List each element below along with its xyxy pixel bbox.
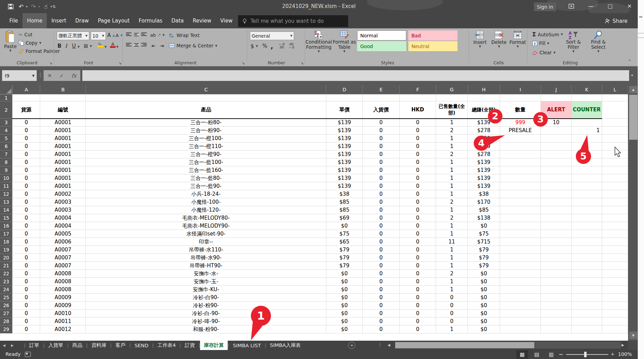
cell-H21[interactable]: $79: [468, 262, 500, 270]
cell-J13[interactable]: [541, 198, 571, 206]
ribbon-tab-insert[interactable]: Insert: [47, 13, 71, 28]
touch-mode-caret-icon[interactable]: ▾: [51, 5, 52, 8]
increase-decimal-button[interactable]: ←.0.00: [279, 43, 284, 49]
cell-G26[interactable]: 0: [436, 302, 468, 310]
cell-H1[interactable]: [468, 94, 500, 101]
cell-E10[interactable]: 0: [363, 174, 400, 182]
row-header-12[interactable]: 12: [0, 190, 12, 198]
row-header-9[interactable]: 9: [0, 166, 12, 174]
borders-button[interactable]: ⊞▼: [84, 43, 92, 49]
cell-I12[interactable]: [500, 190, 541, 198]
cell-D8[interactable]: $139: [326, 158, 363, 166]
cell-J28[interactable]: [541, 317, 571, 325]
cell-K25[interactable]: [571, 294, 602, 302]
paste-button[interactable]: Paste ▼: [3, 30, 18, 52]
cell-F7[interactable]: 0: [400, 150, 436, 158]
cell-C20[interactable]: 吊帶褲-水90-: [86, 254, 326, 262]
grow-font-button[interactable]: A▲: [107, 32, 115, 38]
cell-A5[interactable]: 0: [12, 135, 40, 142]
cell-K12[interactable]: [571, 190, 602, 198]
col-header-D[interactable]: D: [326, 85, 363, 94]
row-header-5[interactable]: 5: [0, 135, 12, 142]
cell-J4[interactable]: [541, 127, 571, 135]
tab-scroll-right-icon[interactable]: ▶: [8, 343, 17, 347]
copy-button[interactable]: Copy▼: [19, 40, 41, 46]
cell-B4[interactable]: A0001: [40, 127, 86, 135]
decrease-indent-button[interactable]: ⇤: [152, 43, 156, 48]
cell-G29[interactable]: 1: [436, 325, 468, 333]
cell-F10[interactable]: 0: [400, 174, 436, 182]
cell-K9[interactable]: [571, 166, 602, 174]
cell-I14[interactable]: [500, 206, 541, 214]
cell-B24[interactable]: A0008: [40, 286, 86, 294]
cell-I15[interactable]: [500, 214, 541, 222]
page-layout-view-icon[interactable]: ▤: [531, 350, 543, 359]
cell-E8[interactable]: 0: [363, 158, 400, 166]
row-header-17[interactable]: 17: [0, 230, 12, 238]
cell-D20[interactable]: $79: [326, 254, 363, 262]
row-header-15[interactable]: 15: [0, 214, 12, 222]
zoom-slider[interactable]: [566, 354, 608, 355]
cell-B20[interactable]: A0007: [40, 254, 86, 262]
cell-L15[interactable]: [602, 214, 628, 222]
cell-D23[interactable]: $0: [326, 278, 363, 286]
row-header-28[interactable]: 28: [0, 317, 12, 325]
cell-B9[interactable]: A0001: [40, 166, 86, 174]
cell-J29[interactable]: [541, 325, 571, 333]
style-good[interactable]: Good: [357, 41, 406, 51]
orientation-button[interactable]: ab↗▼: [150, 33, 165, 38]
cell-K8[interactable]: [571, 158, 602, 166]
undo-caret-icon[interactable]: ▾: [26, 5, 28, 8]
row-header-22[interactable]: 22: [0, 270, 12, 278]
header-cell-C2[interactable]: 產品: [86, 101, 326, 119]
cell-A21[interactable]: 0: [12, 262, 40, 270]
zoom-out-icon[interactable]: −: [559, 351, 563, 358]
cell-B16[interactable]: A0004: [40, 222, 86, 230]
cell-L28[interactable]: [602, 317, 628, 325]
cell-J17[interactable]: [541, 230, 571, 238]
row-header-26[interactable]: 26: [0, 302, 12, 310]
cell-H13[interactable]: $170: [468, 198, 500, 206]
cell-H6[interactable]: $139: [468, 142, 500, 150]
cell-J27[interactable]: [541, 310, 571, 317]
sign-in-button[interactable]: Sign in: [534, 2, 556, 11]
cell-E1[interactable]: [363, 94, 400, 101]
cell-J9[interactable]: [541, 166, 571, 174]
cell-G21[interactable]: 1: [436, 262, 468, 270]
ribbon-tab-file[interactable]: File: [5, 13, 22, 28]
cell-I19[interactable]: [500, 246, 541, 254]
cell-I29[interactable]: [500, 325, 541, 333]
cell-L25[interactable]: [602, 294, 628, 302]
cell-F3[interactable]: 0: [400, 119, 436, 127]
underline-caret-icon[interactable]: ▼: [78, 45, 80, 48]
cell-B5[interactable]: A0001: [40, 135, 86, 142]
cell-L29[interactable]: [602, 325, 628, 333]
cell-H29[interactable]: $0: [468, 325, 500, 333]
cell-H17[interactable]: $75: [468, 230, 500, 238]
cell-K23[interactable]: [571, 278, 602, 286]
fill-button[interactable]: Fill▼: [532, 40, 549, 46]
cell-B28[interactable]: A0011: [40, 317, 86, 325]
header-cell-L2[interactable]: [602, 101, 628, 119]
collapse-ribbon-icon[interactable]: ⌃: [628, 59, 632, 64]
cell-E11[interactable]: 0: [363, 182, 400, 190]
cell-E18[interactable]: 0: [363, 238, 400, 246]
cell-D11[interactable]: $139: [326, 182, 363, 190]
sheet-tab-SIMBA-LIST[interactable]: SIMBA LIST: [229, 341, 265, 350]
cell-D19[interactable]: $79: [326, 246, 363, 254]
autosum-button[interactable]: ΣAutoSum▼: [532, 31, 563, 38]
cell-K1[interactable]: [571, 94, 602, 101]
header-cell-K2[interactable]: COUNTER: [571, 101, 602, 119]
row-header-20[interactable]: 20: [0, 254, 12, 262]
cell-G7[interactable]: 2: [436, 150, 468, 158]
cell-D16[interactable]: $0: [326, 222, 363, 230]
cell-K18[interactable]: [571, 238, 602, 246]
cell-G8[interactable]: 1: [436, 158, 468, 166]
cell-H24[interactable]: $0: [468, 286, 500, 294]
redo-icon[interactable]: ↷: [29, 2, 38, 11]
style-neutral[interactable]: Neutral: [408, 41, 457, 51]
cell-J5[interactable]: [541, 135, 571, 142]
cell-G12[interactable]: 1: [436, 190, 468, 198]
col-header-L[interactable]: L: [602, 85, 628, 94]
cell-A12[interactable]: 0: [12, 190, 40, 198]
